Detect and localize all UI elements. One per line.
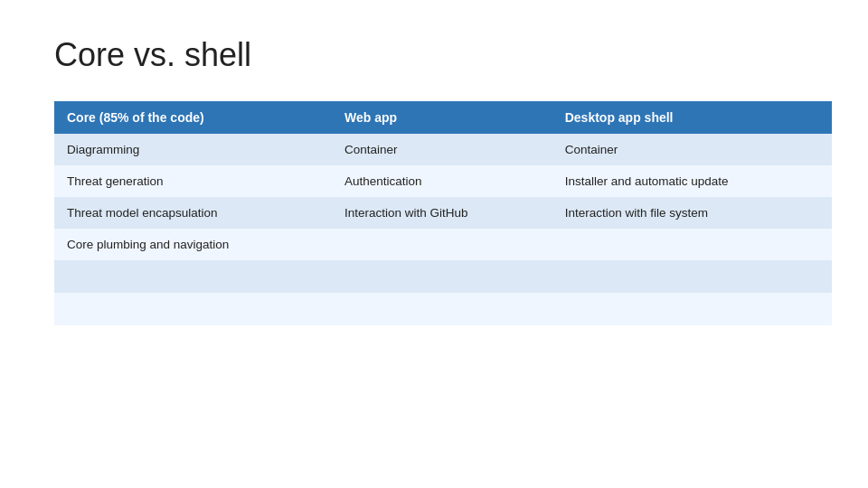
cell-5-1: [332, 293, 552, 325]
table-row: [54, 293, 832, 325]
cell-3-2: [552, 229, 832, 260]
table-header-row: Core (85% of the code) Web app Desktop a…: [54, 101, 832, 134]
cell-0-2: Container: [552, 134, 832, 165]
column-header-desktop: Desktop app shell: [552, 101, 832, 134]
cell-1-1: Authentication: [332, 165, 552, 197]
table-row: Threat generationAuthenticationInstaller…: [54, 165, 832, 197]
column-header-webapp: Web app: [332, 101, 552, 134]
table-container: Core (85% of the code) Web app Desktop a…: [54, 101, 832, 325]
cell-2-0: Threat model encapsulation: [54, 197, 332, 229]
cell-4-2: [552, 260, 832, 293]
cell-0-1: Container: [332, 134, 552, 165]
cell-1-2: Installer and automatic update: [552, 165, 832, 197]
cell-2-2: Interaction with file system: [552, 197, 832, 229]
cell-4-1: [332, 260, 552, 293]
table-row: DiagrammingContainerContainer: [54, 134, 832, 165]
comparison-table: Core (85% of the code) Web app Desktop a…: [54, 101, 832, 325]
table-row: Core plumbing and navigation: [54, 229, 832, 260]
cell-4-0: [54, 260, 332, 293]
table-body: DiagrammingContainerContainerThreat gene…: [54, 134, 832, 325]
cell-5-0: [54, 293, 332, 325]
page-container: Core vs. shell Core (85% of the code) We…: [0, 0, 868, 361]
cell-2-1: Interaction with GitHub: [332, 197, 552, 229]
cell-0-0: Diagramming: [54, 134, 332, 165]
cell-3-1: [332, 229, 552, 260]
cell-1-0: Threat generation: [54, 165, 332, 197]
cell-5-2: [552, 293, 832, 325]
table-row: Threat model encapsulationInteraction wi…: [54, 197, 832, 229]
table-row: [54, 260, 832, 293]
page-title: Core vs. shell: [54, 36, 814, 74]
column-header-core: Core (85% of the code): [54, 101, 332, 134]
cell-3-0: Core plumbing and navigation: [54, 229, 332, 260]
